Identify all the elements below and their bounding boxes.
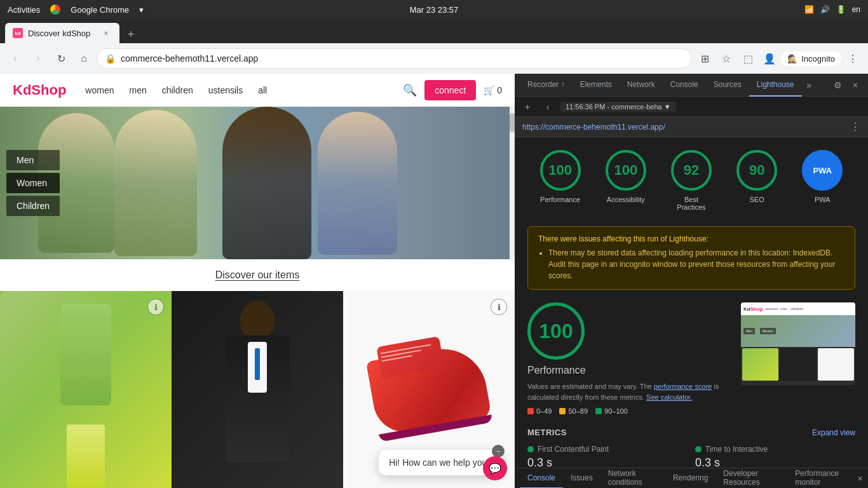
nav-men[interactable]: men xyxy=(129,85,146,95)
lighthouse-warning-box: There were issues affecting this run of … xyxy=(527,226,855,290)
cast-button[interactable]: ⬚ xyxy=(738,48,758,69)
thumb-product-dark xyxy=(780,348,816,381)
active-tab[interactable]: kd Discover kdShop × xyxy=(5,23,119,43)
bottom-tab-rendering[interactable]: Rendering xyxy=(665,468,715,489)
bottom-panel-close-button[interactable]: × xyxy=(858,473,863,484)
devtools-tab-sources[interactable]: Sources xyxy=(706,74,749,97)
cart-button[interactable]: 🛒 0 xyxy=(484,85,502,95)
lighthouse-new-run-button[interactable]: + xyxy=(520,99,535,114)
incognito-icon: 🕵 xyxy=(787,54,797,64)
man-visual xyxy=(172,291,343,488)
address-bar[interactable]: 🔒 commerce-behemoth11.vercel.app xyxy=(97,48,692,69)
devtools-toolbar: + ‹ 11:56:36 PM - commerce-beha ▼ xyxy=(515,97,868,117)
bottom-tab-performance-monitor[interactable]: Performance monitor xyxy=(787,468,857,489)
legend-green: 90–100 xyxy=(595,407,628,415)
nav-children[interactable]: children xyxy=(162,85,193,95)
messenger-button[interactable]: 💬 xyxy=(483,456,507,480)
devtools-close-button[interactable]: × xyxy=(848,78,863,93)
forward-button[interactable]: › xyxy=(28,48,48,69)
scroll-track xyxy=(510,107,515,259)
tab-bar: kd Discover kdShop × + xyxy=(0,19,868,43)
back-button[interactable]: ‹ xyxy=(5,48,25,69)
new-tab-button[interactable]: + xyxy=(122,25,140,43)
connect-button[interactable]: connect xyxy=(424,80,476,100)
tab-close-button[interactable]: × xyxy=(100,27,112,39)
extensions-button[interactable]: ⊞ xyxy=(695,48,715,69)
calculator-link[interactable]: See calculator. xyxy=(646,393,692,401)
product-info-button-1[interactable]: ℹ xyxy=(147,299,164,315)
bottom-tab-network-conditions[interactable]: Network conditions xyxy=(600,468,665,489)
nav-ustensils[interactable]: ustensils xyxy=(208,85,243,95)
toolbar-right: ⊞ ☆ ⬚ 👤 🕵 Incognito ⋮ xyxy=(695,48,863,69)
big-performance-label: Performance xyxy=(527,365,728,376)
devtools-tab-network[interactable]: Network xyxy=(620,74,663,97)
hero-card-men[interactable]: Men xyxy=(6,150,60,170)
home-button[interactable]: ⌂ xyxy=(74,48,94,69)
performance-score-link[interactable]: performance score xyxy=(654,383,712,390)
legend-orange: 50–89 xyxy=(559,407,588,415)
score-item-seo: 90 SEO xyxy=(736,150,777,203)
lighthouse-url-chip[interactable]: 11:56:36 PM - commerce-beha ▼ xyxy=(560,102,676,112)
devtools-tab-elements[interactable]: Elements xyxy=(573,74,620,97)
reload-button[interactable]: ↻ xyxy=(51,48,71,69)
metric-tti-label: Time to Interactive xyxy=(695,445,855,454)
lighthouse-url-more-button[interactable]: ⋮ xyxy=(850,121,860,133)
metric-fcp-dot xyxy=(527,446,534,452)
performance-score-value: 100 xyxy=(548,162,572,179)
hero-card-children[interactable]: Children xyxy=(6,196,60,216)
pwa-score-value: PWA xyxy=(813,166,832,175)
score-item-accessibility: 100 Accessibility xyxy=(606,150,646,203)
accessibility-score-circle: 100 xyxy=(606,150,646,191)
hero-card-women[interactable]: Women xyxy=(6,173,60,193)
activities-label[interactable]: Activities xyxy=(8,5,40,15)
devtools-more-tabs[interactable]: » xyxy=(802,80,817,90)
browser-os-label[interactable]: Google Chrome xyxy=(71,5,129,15)
chrome-menu-button[interactable]: ⋮ xyxy=(843,48,863,69)
devtools-bottom-tabs: Console Issues Network conditions Render… xyxy=(515,468,868,488)
bookmarks-button[interactable]: ☆ xyxy=(716,48,736,69)
lighthouse-url-bar: https://commerce-behemoth11.vercel.app/ … xyxy=(515,117,868,137)
chat-message-text: Hi! How can we help you? xyxy=(389,458,492,468)
search-icon[interactable]: 🔍 xyxy=(403,83,417,97)
product-card-man[interactable] xyxy=(172,291,343,488)
nav-all[interactable]: all xyxy=(258,85,267,95)
nav-women[interactable]: women xyxy=(85,85,114,95)
tab-favicon-text: kd xyxy=(15,30,20,36)
best-practices-score-label: Best Practices xyxy=(671,196,712,211)
big-performance-value: 100 xyxy=(539,320,573,343)
warning-title: There were issues affecting this run of … xyxy=(538,234,844,243)
bottom-tab-issues[interactable]: Issues xyxy=(563,468,600,489)
chat-minimize-button[interactable]: − xyxy=(492,445,505,458)
bottom-tab-performance-monitor-label: Performance monitor xyxy=(795,469,850,487)
thumb-nav-children: children xyxy=(790,307,804,311)
shop-logo: KdShop xyxy=(13,82,66,98)
lighthouse-target-url: https://commerce-behemoth11.vercel.app/ xyxy=(522,123,665,132)
recorder-tab-label: Recorder ↑ xyxy=(527,80,565,89)
seo-score-label: SEO xyxy=(750,196,764,203)
product-card-green[interactable]: ℹ xyxy=(0,291,172,488)
thumb-hero: Men Women xyxy=(741,315,855,347)
devtools-tab-console[interactable]: Console xyxy=(663,74,706,97)
expand-view-button[interactable]: Expand view xyxy=(812,428,855,437)
hero-image xyxy=(0,107,515,259)
product-image-green xyxy=(0,291,172,488)
big-score-row: 100 Performance Values are estimated and… xyxy=(527,302,855,415)
devtools-tab-recorder[interactable]: Recorder ↑ xyxy=(520,74,573,97)
bottom-tab-console[interactable]: Console xyxy=(520,468,563,489)
lighthouse-back-button[interactable]: ‹ xyxy=(540,99,555,114)
devtools-settings-icon[interactable]: ⚙ xyxy=(830,78,845,93)
shop-header-right: 🔍 connect 🛒 0 xyxy=(403,80,502,100)
bottom-tab-developer-resources[interactable]: Developer Resources xyxy=(715,468,787,489)
big-score-desc-prefix: Values are estimated and may vary. The xyxy=(527,383,654,390)
devtools-tab-lighthouse[interactable]: Lighthouse xyxy=(749,74,802,97)
metric-fcp: First Contentful Paint 0.3 s xyxy=(527,445,688,468)
thumb-header: KdShop women men children xyxy=(741,302,855,315)
os-network-icon: 📶 xyxy=(804,5,814,14)
product-info-button-2[interactable]: ℹ xyxy=(491,299,507,315)
legend-dot-orange xyxy=(559,408,566,414)
hero-overlay-cards: Men Women Children xyxy=(6,150,60,216)
discover-section: Discover our items xyxy=(0,259,515,291)
profile-button[interactable]: 👤 xyxy=(759,48,780,69)
big-score-left: 100 Performance Values are estimated and… xyxy=(527,302,728,415)
scroll-thumb[interactable] xyxy=(510,113,515,132)
